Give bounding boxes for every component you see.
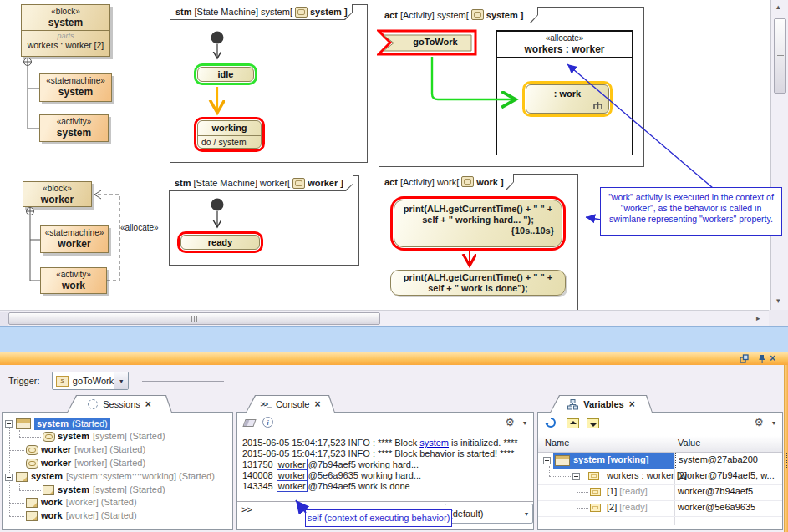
collapse-toggle[interactable] xyxy=(572,473,580,480)
session-tree-row[interactable]: system[system] (Started) xyxy=(3,431,232,443)
collapse-toggle[interactable] xyxy=(5,420,13,428)
info-icon[interactable]: i xyxy=(262,417,273,428)
horizontal-scrollbar-thumb[interactable] xyxy=(8,312,380,325)
console-history-combo[interactable]: (default) ▾ xyxy=(445,504,533,524)
variable-row[interactable]: [1] [ready] worker@7b94aef5 xyxy=(538,484,782,501)
statemachine-worker-box[interactable]: «statemachine» worker xyxy=(40,225,109,253)
collapse-toggle[interactable] xyxy=(543,457,551,464)
sessions-panel[interactable]: system(Started) system[system] (Started)… xyxy=(2,412,233,530)
tab-label: Variables xyxy=(583,399,623,409)
state-working[interactable]: working do / system xyxy=(194,117,265,152)
console-tab-icon: >>_ xyxy=(261,400,272,408)
clear-console-icon[interactable] xyxy=(242,419,256,427)
self-context-highlight: worker xyxy=(277,481,308,492)
variable-row[interactable]: [2] [ready] worker@5e6a9635 xyxy=(538,500,782,517)
close-icon[interactable]: × xyxy=(770,352,775,364)
refresh-icon[interactable] xyxy=(545,417,557,428)
act-work-frame-title: act [Activity] work[ work ] xyxy=(379,174,514,190)
variable-row[interactable]: workers : worker [2] [worker@7b94aef5, w… xyxy=(538,469,782,485)
variable-row[interactable]: system [working] system@27aba200 xyxy=(538,453,782,469)
state-do-activity: do / system xyxy=(198,135,261,147)
chevron-down-icon[interactable]: ▾ xyxy=(523,419,526,427)
act-system-frame-title: act [Activity] system[ system ] xyxy=(379,7,538,23)
close-icon[interactable]: × xyxy=(314,399,320,409)
variables-panel[interactable]: ⚙ ▾ Name Value system [working] system@2… xyxy=(537,412,783,530)
session-icon xyxy=(16,418,31,429)
vertical-scrollbar-thumb[interactable] xyxy=(774,18,786,94)
session-tree-row[interactable]: work[worker] (Started) xyxy=(3,497,232,509)
session-tree-row[interactable]: work[worker] (Started) xyxy=(3,510,232,523)
application-window: «block» system parts workers : worker [2… xyxy=(0,0,788,532)
stereotype-label: «statemachine» xyxy=(41,226,108,238)
simulation-window-titlebar[interactable]: × xyxy=(0,352,788,365)
console-prompt[interactable]: >> xyxy=(241,504,252,514)
session-tree-row[interactable]: worker[worker] (Started) xyxy=(3,458,232,470)
diagram-canvas[interactable]: «block» system parts workers : worker [2… xyxy=(0,0,788,326)
variable-value: worker@5e6a9635 xyxy=(678,502,755,512)
signal-icon: s xyxy=(56,376,69,387)
vertical-scrollbar[interactable]: ▴ ▾ xyxy=(770,0,788,310)
behavior-name: system xyxy=(40,127,108,139)
column-header-value[interactable]: Value xyxy=(678,438,700,448)
block-system[interactable]: «block» system parts workers : worker [2… xyxy=(21,4,110,57)
state-machine-diagram-icon xyxy=(295,7,308,18)
session-tree-row[interactable]: system(Started) xyxy=(3,418,232,430)
comment-note[interactable]: "work" activity is executed in the conte… xyxy=(600,187,782,236)
self-context-highlight: worker xyxy=(277,459,308,470)
stereotype-label: «activity» xyxy=(40,115,108,127)
action-print-working-hard[interactable]: print(ALH.getCurrentTime() + " " + self … xyxy=(390,196,566,251)
gear-icon[interactable]: ⚙ xyxy=(505,417,515,428)
frame-kind: act xyxy=(384,10,398,20)
variables-header-row[interactable]: Name Value xyxy=(538,436,782,453)
activity-system-box[interactable]: «activity» system xyxy=(39,114,109,142)
chevron-down-icon[interactable]: ▾ xyxy=(525,510,532,518)
scrollbar-left-box[interactable] xyxy=(0,312,8,326)
scroll-right-icon[interactable]: ▸ xyxy=(756,315,760,322)
collapse-all-icon[interactable] xyxy=(587,418,599,428)
statemachine-system-box[interactable]: «statemachine» system xyxy=(39,73,112,102)
tab-variables[interactable]: Variables × xyxy=(550,395,653,413)
state-machine-diagram-icon xyxy=(292,178,305,189)
element-link[interactable]: system xyxy=(419,438,449,448)
chevron-down-icon[interactable]: ▾ xyxy=(772,419,775,427)
scroll-down-icon[interactable]: ▾ xyxy=(776,297,780,305)
activity-work-box[interactable]: «activity» work xyxy=(40,267,107,294)
frame-label: [State Machine] worker[ xyxy=(194,178,291,188)
frame-kind: stm xyxy=(175,178,191,188)
signal-name: goToWork xyxy=(402,37,469,47)
tab-console[interactable]: >>_ Console × xyxy=(246,395,335,413)
session-tree-row[interactable]: worker[worker] (Started) xyxy=(3,444,232,457)
behavior-name: work xyxy=(41,280,106,291)
state-ready[interactable]: ready xyxy=(177,231,263,253)
float-window-icon[interactable] xyxy=(740,354,749,363)
collapse-toggle[interactable] xyxy=(5,474,13,481)
tab-sessions[interactable]: Sessions × xyxy=(67,395,172,413)
frame-ref: work ] xyxy=(476,177,503,187)
action-body-line: print(ALH.getCurrentTime() + " " + xyxy=(391,271,565,283)
allocate-dependency-label: «allocate» xyxy=(120,223,159,232)
behavior-name: system xyxy=(40,86,111,98)
variable-value[interactable]: system@27aba200 xyxy=(675,453,787,469)
state-idle[interactable]: idle xyxy=(194,63,257,85)
trigger-combo[interactable]: s goToWork ▼ xyxy=(52,372,129,390)
pin-icon[interactable] xyxy=(758,354,766,363)
stereotype-label: «block» xyxy=(23,182,91,194)
frame-kind: act xyxy=(384,177,398,187)
horizontal-scrollbar[interactable]: ▸ xyxy=(0,310,769,327)
block-worker[interactable]: «block» worker xyxy=(23,181,92,207)
action-name: : work xyxy=(526,85,608,99)
swimlane-header: «allocate» workers : worker xyxy=(497,32,632,58)
session-tree-row[interactable]: system[system] (Started) xyxy=(3,484,232,497)
gear-icon[interactable]: ⚙ xyxy=(754,417,764,428)
action-work[interactable]: : work xyxy=(522,81,613,117)
part-property-icon xyxy=(590,488,601,496)
trigger-dropdown-button[interactable]: ▼ xyxy=(114,372,128,389)
scroll-up-icon[interactable]: ▴ xyxy=(776,3,780,11)
close-icon[interactable]: × xyxy=(145,399,151,409)
session-tree-row[interactable]: system[system::system::::working] (Start… xyxy=(3,471,232,484)
action-print-work-done[interactable]: print(ALH.getCurrentTime() + " " + self … xyxy=(390,270,566,296)
state-name: working xyxy=(198,121,261,135)
close-icon[interactable]: × xyxy=(629,399,635,409)
column-header-name[interactable]: Name xyxy=(545,438,569,448)
expand-all-icon[interactable] xyxy=(567,418,579,428)
